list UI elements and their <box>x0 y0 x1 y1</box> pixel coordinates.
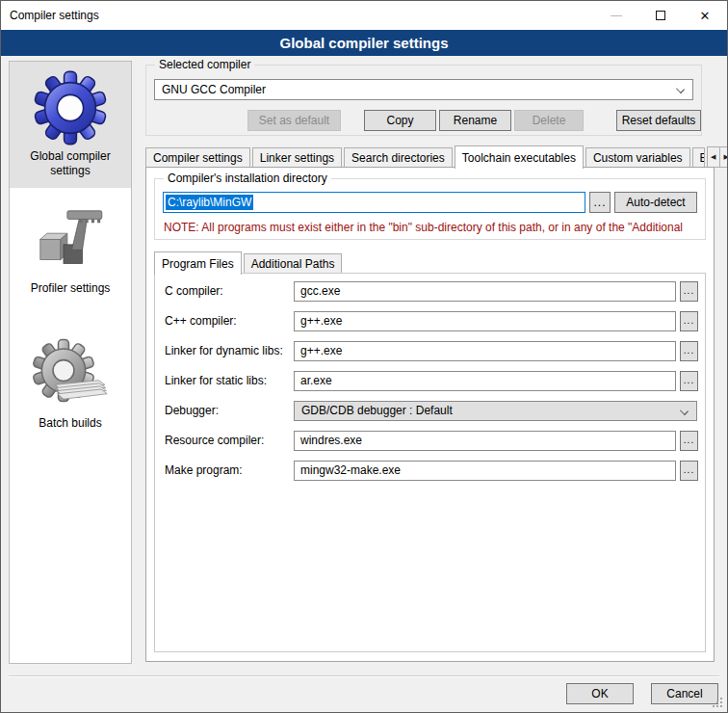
group-label: Compiler's installation directory <box>164 172 331 185</box>
make-program-browse-button[interactable]: ... <box>680 461 698 481</box>
make-program-input[interactable]: mingw32-make.exe <box>294 461 676 481</box>
minimize-button[interactable]: — <box>594 1 638 30</box>
installation-directory-input[interactable]: C:\raylib\MinGW <box>163 192 585 213</box>
sidebar-item-label: Batch builds <box>12 416 129 431</box>
tab-custom-variables[interactable]: Custom variables <box>585 147 690 168</box>
field-label: Debugger: <box>165 401 219 421</box>
compiler-select[interactable]: GNU GCC Compiler <box>154 79 693 100</box>
dialog-header: Global compiler settings <box>1 30 727 56</box>
dynamic-linker-input[interactable]: g++.exe <box>294 341 676 361</box>
selected-compiler-group: Selected compiler GNU GCC Compiler Set a… <box>145 65 702 136</box>
browse-directory-button[interactable]: ... <box>589 192 611 213</box>
cpp-compiler-browse-button[interactable]: ... <box>680 311 698 331</box>
sidebar-item-profiler-settings[interactable]: Profiler settings <box>10 196 131 302</box>
installation-directory-value: C:\raylib\MinGW <box>166 195 253 210</box>
maximize-button[interactable] <box>638 1 683 30</box>
title-bar: Compiler settings — ✕ <box>1 1 727 30</box>
gray-gear-stack-icon <box>33 338 108 413</box>
resource-compiler-browse-button[interactable]: ... <box>680 431 698 451</box>
static-linker-browse-button[interactable]: ... <box>680 371 698 391</box>
group-label: Selected compiler <box>155 58 254 71</box>
tab-scroll-left-icon[interactable]: ◀ <box>707 146 720 168</box>
maximize-icon <box>656 11 665 20</box>
sidebar-item-batch-builds[interactable]: Batch builds <box>10 330 131 436</box>
chevron-down-icon <box>680 407 689 415</box>
static-linker-row: Linker for static libs: ar.exe ... <box>155 371 705 391</box>
window-title: Compiler settings <box>1 9 99 22</box>
compiler-buttons-row: Set as default Copy Rename Delete Reset … <box>146 110 701 131</box>
toolchain-executables-panel: Compiler's installation directory C:\ray… <box>145 167 715 662</box>
resource-compiler-input[interactable]: windres.exe <box>294 431 676 451</box>
c-compiler-row: C compiler: gcc.exe ... <box>155 281 705 302</box>
field-label: Resource compiler: <box>165 431 264 451</box>
debugger-select[interactable]: GDB/CDB debugger : Default <box>294 401 697 421</box>
compiler-settings-window: Compiler settings — ✕ Global compiler se… <box>0 0 728 713</box>
installation-directory-row: C:\raylib\MinGW ... Auto-detect <box>163 192 697 213</box>
tab-scroll-right-icon[interactable]: ▶ <box>720 146 728 168</box>
field-label: Make program: <box>165 461 243 481</box>
static-linker-input[interactable]: ar.exe <box>294 371 676 391</box>
dynamic-linker-browse-button[interactable]: ... <box>680 341 698 361</box>
cpp-compiler-row: C++ compiler: g++.exe ... <box>155 311 705 331</box>
delete-button[interactable]: Delete <box>514 110 584 131</box>
window-controls: — ✕ <box>594 1 727 30</box>
resize-grip[interactable] <box>720 698 722 700</box>
footer-divider <box>9 675 719 677</box>
tab-additional-paths[interactable]: Additional Paths <box>244 253 343 274</box>
dialog-body: Global compiler settings Profiler settin… <box>1 56 727 712</box>
field-label: C compiler: <box>165 281 223 302</box>
blue-gear-icon <box>32 69 109 146</box>
settings-category-list: Global compiler settings Profiler settin… <box>9 61 132 664</box>
program-files-panel: C compiler: gcc.exe ... C++ compiler: g+… <box>154 273 706 652</box>
tab-search-directories[interactable]: Search directories <box>344 147 453 168</box>
c-compiler-input[interactable]: gcc.exe <box>294 281 676 302</box>
dialog-header-title: Global compiler settings <box>279 35 448 51</box>
make-program-row: Make program: mingw32-make.exe ... <box>155 461 705 481</box>
paths-tab-bar: Program Files Additional Paths <box>154 251 708 274</box>
sidebar-item-global-compiler-settings[interactable]: Global compiler settings <box>10 62 131 188</box>
close-icon: ✕ <box>700 9 711 23</box>
bin-subdirectory-note: NOTE: All programs must exist either in … <box>164 221 703 234</box>
field-label: Linker for static libs: <box>165 371 267 391</box>
reset-defaults-button[interactable]: Reset defaults <box>616 110 701 131</box>
copy-button[interactable]: Copy <box>364 110 436 131</box>
cancel-button[interactable]: Cancel <box>651 683 718 704</box>
compiler-select-value: GNU GCC Compiler <box>162 83 266 96</box>
chevron-down-icon <box>676 85 685 93</box>
main-tab-bar: Compiler settings Linker settings Search… <box>145 145 721 168</box>
tab-compiler-settings[interactable]: Compiler settings <box>145 147 250 168</box>
installation-directory-group: Compiler's installation directory C:\ray… <box>154 178 706 240</box>
field-label: C++ compiler: <box>165 311 237 331</box>
set-as-default-button[interactable]: Set as default <box>247 110 341 131</box>
debugger-row: Debugger: GDB/CDB debugger : Default <box>155 401 705 421</box>
resource-compiler-row: Resource compiler: windres.exe ... <box>155 431 705 451</box>
caliper-icon <box>33 203 108 278</box>
ok-button[interactable]: OK <box>566 683 634 704</box>
sidebar-item-label: Profiler settings <box>12 281 129 296</box>
sidebar-item-label: Global compiler settings <box>12 149 129 178</box>
tab-program-files[interactable]: Program Files <box>154 251 242 275</box>
dynamic-linker-row: Linker for dynamic libs: g++.exe ... <box>155 341 705 361</box>
field-label: Linker for dynamic libs: <box>165 341 283 361</box>
tab-build-options[interactable]: Build <box>692 147 705 168</box>
tab-scroll-arrows: ◀ ▶ <box>707 146 728 168</box>
tab-toolchain-executables[interactable]: Toolchain executables <box>455 145 584 169</box>
close-button[interactable]: ✕ <box>683 1 727 30</box>
debugger-select-value: GDB/CDB debugger : Default <box>301 404 453 417</box>
tab-linker-settings[interactable]: Linker settings <box>252 147 342 168</box>
rename-button[interactable]: Rename <box>439 110 511 131</box>
c-compiler-browse-button[interactable]: ... <box>680 281 698 302</box>
minimize-icon: — <box>611 9 622 22</box>
cpp-compiler-input[interactable]: g++.exe <box>294 311 676 331</box>
auto-detect-button[interactable]: Auto-detect <box>614 192 697 213</box>
